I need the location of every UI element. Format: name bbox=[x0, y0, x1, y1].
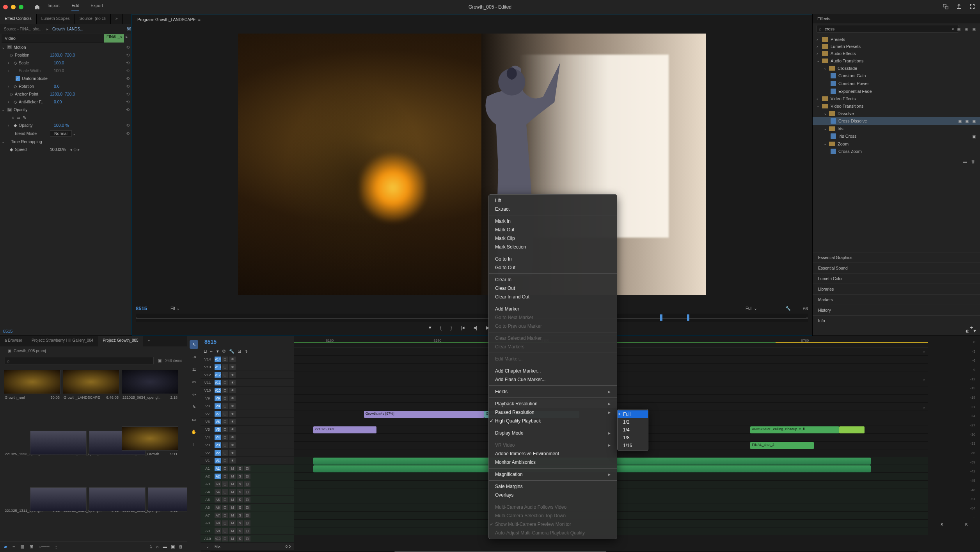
audio-track-header[interactable]: A4A4⊡MS⊡ bbox=[201, 488, 294, 496]
audio-track-header[interactable]: A5A5⊡MS⊡ bbox=[201, 496, 294, 504]
new-bin-icon[interactable]: ▬ bbox=[963, 159, 967, 164]
video-track-header[interactable]: V11V11⊡👁 bbox=[201, 379, 294, 387]
list-view-icon[interactable]: ≡ bbox=[12, 545, 15, 549]
fx-accelerated-icon[interactable]: ▣ bbox=[957, 27, 960, 32]
tab-lumetri-scopes[interactable]: Lumetri Scopes bbox=[37, 14, 75, 24]
folder-dissolve[interactable]: ⌄Dissolve bbox=[813, 110, 980, 117]
prop-anchor-point[interactable]: ◇Anchor Point1280.0 720.0⟲ bbox=[0, 90, 131, 98]
scrub-end-handle[interactable]: ◦ bbox=[806, 315, 808, 319]
scrub-start-handle[interactable]: ◦ bbox=[136, 315, 137, 319]
cm-goto-in[interactable]: Go to In bbox=[489, 255, 617, 263]
mark-in-button[interactable]: { bbox=[440, 325, 442, 330]
program-timecode[interactable]: 8515 bbox=[136, 305, 147, 311]
settings-wrench-icon[interactable]: 🔧 bbox=[785, 306, 791, 311]
prop-rotation[interactable]: ›◇Rotation0.0⟲ bbox=[0, 82, 131, 90]
sort-icon[interactable]: ↕ bbox=[55, 545, 57, 549]
razor-tool[interactable]: ✂ bbox=[190, 378, 198, 386]
project-tab-browser[interactable]: a Browser bbox=[0, 336, 27, 346]
trash-icon[interactable]: 🗑 bbox=[179, 544, 183, 549]
minimize-window-button[interactable] bbox=[11, 5, 16, 9]
cm-add-chapter[interactable]: Add Chapter Marker... bbox=[489, 367, 617, 375]
zoom-in-handle[interactable]: ◦ bbox=[922, 550, 924, 552]
workspace-tab-export[interactable]: Export bbox=[91, 3, 103, 11]
cm-playback-resolution[interactable]: Playback Resolution▸ bbox=[489, 399, 617, 408]
in-point-marker[interactable] bbox=[660, 314, 662, 321]
solo-left[interactable]: S bbox=[941, 523, 943, 527]
timeline-timecode[interactable]: 8515 bbox=[201, 336, 294, 347]
mix-track-header[interactable]: ⌄Mix0.0 bbox=[201, 543, 294, 550]
ec-timecode[interactable]: 8515 bbox=[3, 329, 12, 334]
tl-settings-icon[interactable]: ⚙ bbox=[222, 349, 226, 354]
tab-source[interactable]: Source: (no cli bbox=[75, 14, 111, 24]
video-track-header[interactable]: V7V7⊡👁 bbox=[201, 410, 294, 418]
delete-icon[interactable]: 🗑 bbox=[971, 159, 975, 164]
panel-essential-graphics[interactable]: Essential Graphics bbox=[813, 252, 980, 263]
hand-tool[interactable]: ✋ bbox=[190, 428, 198, 436]
project-bin-item[interactable]: 221025_1223_opengl...5:11 bbox=[4, 426, 60, 481]
panel-info[interactable]: Info bbox=[813, 315, 980, 326]
find-icon[interactable]: ⌕ bbox=[156, 544, 159, 549]
project-bin-item[interactable]: Growth_LANDSCAPE6:46:05 bbox=[63, 370, 119, 424]
bin-thumbnail[interactable] bbox=[148, 487, 187, 511]
workspace-tab-import[interactable]: Import bbox=[48, 3, 60, 11]
video-track-header[interactable]: V9V9⊡👁 bbox=[201, 394, 294, 402]
cm-display-mode[interactable]: Display Mode▸ bbox=[489, 429, 617, 437]
new-bin-icon[interactable]: ▬ bbox=[163, 544, 167, 549]
zoom-slider[interactable]: ○━━━ bbox=[39, 544, 50, 549]
project-tab-current[interactable]: Project: Growth_005 bbox=[98, 336, 143, 346]
cm-fields[interactable]: Fields▸ bbox=[489, 387, 617, 396]
tab-overflow[interactable]: » bbox=[111, 14, 123, 24]
cm-add-flash-cue[interactable]: Add Flash Cue Marker... bbox=[489, 375, 617, 384]
video-track-header[interactable]: V8V8⊡👁 bbox=[201, 402, 294, 410]
ellipse-mask-icon[interactable]: ○ bbox=[12, 115, 14, 120]
panel-libraries[interactable]: Libraries bbox=[813, 284, 980, 294]
folder-video-effects[interactable]: ›Video Effects bbox=[813, 95, 980, 102]
folder-audio-transitions[interactable]: ⌄Audio Transitions bbox=[813, 57, 980, 64]
opacity-mask-tools[interactable]: ○ ▭ ✎ bbox=[0, 114, 131, 121]
cm-mark-out[interactable]: Mark Out bbox=[489, 225, 617, 234]
clip-growth[interactable]: Growth.m4v [97%] bbox=[364, 411, 485, 418]
panel-essential-sound[interactable]: Essential Sound bbox=[813, 263, 980, 273]
cm-mark-in[interactable]: Mark In bbox=[489, 217, 617, 225]
fx-constant-power[interactable]: Constant Power bbox=[813, 80, 980, 87]
program-tab-menu[interactable]: ≡ bbox=[198, 17, 200, 22]
clip-final[interactable]: FINAL_shot_2 bbox=[750, 442, 813, 449]
fx-cross-dissolve[interactable]: Cross Dissolve▣▣▣ bbox=[813, 117, 980, 125]
sm-half[interactable]: 1/2 bbox=[618, 418, 648, 426]
fx-exponential-fade[interactable]: Exponential Fade bbox=[813, 87, 980, 95]
home-icon[interactable] bbox=[33, 3, 41, 11]
rectangle-tool[interactable]: ▭ bbox=[190, 415, 198, 424]
folder-iris[interactable]: ⌄Iris bbox=[813, 125, 980, 132]
folder-video-transitions[interactable]: ⌄Video Transitions bbox=[813, 102, 980, 110]
tl-more-icon[interactable]: ↴ bbox=[244, 349, 248, 354]
folder-lumetri-presets[interactable]: ›Lumetri Presets bbox=[813, 43, 980, 50]
effects-panel-header[interactable]: Effects bbox=[813, 14, 980, 23]
video-track-header[interactable]: V12V12⊡👁 bbox=[201, 371, 294, 379]
pen-tool[interactable]: ✎ bbox=[190, 403, 198, 411]
freeform-view-icon[interactable]: ⊞ bbox=[30, 544, 33, 549]
maximize-window-button[interactable] bbox=[19, 5, 23, 9]
new-item-icon[interactable]: ▣ bbox=[171, 544, 175, 549]
cm-extract[interactable]: Extract bbox=[489, 205, 617, 213]
tab-effect-controls[interactable]: Effect Controls bbox=[0, 14, 37, 24]
cm-adobe-immersive[interactable]: Adobe Immersive Environment bbox=[489, 449, 617, 458]
rect-mask-icon[interactable]: ▭ bbox=[16, 115, 20, 120]
prop-position[interactable]: ◇Position1280.0 720.0⟲ bbox=[0, 51, 131, 59]
folder-presets[interactable]: ›Presets bbox=[813, 36, 980, 43]
tl-snap-icon[interactable]: ⊔ bbox=[204, 349, 207, 354]
effects-search-input[interactable] bbox=[817, 25, 959, 33]
bin-thumbnail[interactable] bbox=[30, 431, 87, 455]
bin-thumbnail[interactable] bbox=[4, 370, 60, 394]
cm-magnification[interactable]: Magnification▸ bbox=[489, 470, 617, 479]
audio-track-header[interactable]: A3A3⊡MS⊡ bbox=[201, 480, 294, 488]
folder-crossfade[interactable]: ⌄Crossfade bbox=[813, 64, 980, 72]
sm-eighth[interactable]: 1/8 bbox=[618, 434, 648, 442]
cm-clear-inout[interactable]: Clear In and Out bbox=[489, 293, 617, 301]
video-track-header[interactable]: V4V4⊡👁 bbox=[201, 433, 294, 441]
track-collapse-handle[interactable]: ○ bbox=[923, 350, 925, 354]
automate-icon[interactable]: ⤵ bbox=[150, 544, 152, 549]
clip-final-v[interactable] bbox=[839, 426, 865, 433]
sm-sixteenth[interactable]: 1/16 bbox=[618, 442, 648, 449]
zoom-fit-dropdown[interactable]: Fit ⌄ bbox=[170, 306, 180, 311]
tl-wrench-icon[interactable]: 🔧 bbox=[229, 349, 234, 354]
